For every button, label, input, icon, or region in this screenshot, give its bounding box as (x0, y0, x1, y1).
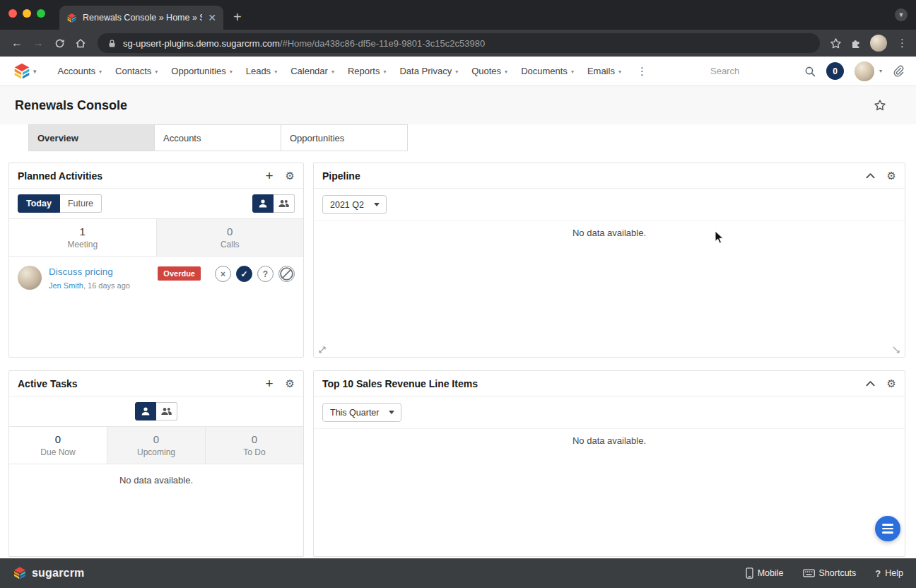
metric-upcoming[interactable]: 0 Upcoming (107, 427, 206, 464)
nav-item-opportunities[interactable]: Opportunities▾ (171, 66, 232, 76)
help-link[interactable]: ? Help (875, 568, 903, 579)
nav-item-calendar[interactable]: Calendar▾ (290, 66, 334, 76)
tab-accounts[interactable]: Accounts (155, 124, 281, 151)
keyboard-icon (803, 569, 815, 577)
browser-menu-icon[interactable]: ⋮ (896, 37, 909, 49)
filter-today-button[interactable]: Today (18, 194, 60, 213)
browser-avatar[interactable] (870, 35, 887, 52)
minimize-window-button[interactable] (23, 9, 31, 18)
extensions-puzzle-icon[interactable] (850, 37, 862, 49)
dismiss-icon[interactable]: × (215, 266, 231, 282)
bookmark-star-icon[interactable] (830, 37, 842, 49)
zoom-window-button[interactable] (37, 9, 45, 18)
new-tab-button[interactable]: + (233, 10, 242, 24)
tentative-question-icon[interactable]: ? (257, 266, 274, 282)
favorite-star-icon[interactable] (874, 99, 886, 112)
planned-activities-toolbar: Today Future (9, 189, 303, 218)
all-users-toggle[interactable] (274, 194, 295, 213)
gear-icon[interactable]: ⚙ (887, 170, 896, 181)
dashlet-active-tasks: Active Tasks + ⚙ 0 Due Now 0 (8, 370, 304, 557)
active-tasks-toolbar (9, 396, 303, 426)
sugarcrm-favicon-icon (66, 13, 77, 23)
back-button[interactable]: ← (7, 33, 27, 53)
all-users-toggle[interactable] (156, 402, 177, 421)
avatar (18, 266, 42, 290)
pipeline-filter-row: 2021 Q2 (314, 189, 905, 221)
user-avatar[interactable] (855, 61, 874, 81)
top-sales-filter-row: This Quarter (314, 396, 905, 429)
app-logo[interactable]: ▾ (13, 62, 37, 81)
address-bar[interactable]: sg-upsert-plugins.demo.sugarcrm.com/#Hom… (98, 33, 820, 53)
person-icon (141, 406, 151, 416)
nav-item-quotes[interactable]: Quotes▾ (471, 66, 507, 76)
nav-item-emails[interactable]: Emails▾ (587, 66, 621, 76)
chevron-down-icon[interactable]: ▾ (879, 68, 882, 74)
forward-button[interactable]: → (28, 33, 48, 53)
tab-opportunities[interactable]: Opportunities (281, 124, 408, 151)
collapse-chevron-icon[interactable] (866, 380, 875, 387)
metric-due-now[interactable]: 0 Due Now (9, 427, 107, 464)
nav-item-documents[interactable]: Documents▾ (521, 66, 574, 76)
task-metrics: 0 Due Now 0 Upcoming 0 To Do (9, 426, 303, 464)
floating-menu-button[interactable] (875, 516, 900, 541)
home-button[interactable] (71, 33, 90, 53)
browser-tab[interactable]: Renewals Console » Home » S ✕ (59, 6, 223, 30)
shortcuts-link[interactable]: Shortcuts (803, 568, 857, 578)
my-items-toggle[interactable] (252, 194, 274, 213)
close-window-button[interactable] (8, 9, 17, 18)
period-select[interactable]: This Quarter (322, 403, 401, 422)
nav-item-leads[interactable]: Leads▾ (246, 66, 277, 76)
browser-toolbar: ← → sg-upsert-plugins.demo.sugarcrm.com/… (0, 30, 916, 57)
nav-item-reports[interactable]: Reports▾ (348, 66, 387, 76)
lock-icon (107, 39, 117, 48)
add-icon[interactable]: + (265, 377, 273, 390)
tab-overview[interactable]: Overview (28, 124, 155, 151)
quarter-select[interactable]: 2021 Q2 (322, 195, 387, 214)
search-input[interactable] (710, 66, 794, 76)
gear-icon[interactable]: ⚙ (286, 170, 295, 181)
metric-calls[interactable]: 0 Calls (157, 219, 304, 256)
toolbar-right: ⋮ (827, 35, 909, 52)
main-menu: Accounts▾ Contacts▾ Opportunities▾ Leads… (58, 65, 650, 78)
empty-state-text: No data available. (314, 221, 905, 238)
browser-profile-icon[interactable]: ▼ (895, 8, 908, 21)
more-menu-icon[interactable]: ⋮ (635, 65, 650, 78)
reload-button[interactable] (49, 33, 69, 53)
nav-item-contacts[interactable]: Contacts▾ (115, 66, 158, 76)
browser-tab-title: Renewals Console » Home » S (83, 13, 202, 23)
collapse-chevron-icon[interactable] (866, 172, 875, 179)
app-navbar: ▾ Accounts▾ Contacts▾ Opportunities▾ Lea… (0, 57, 916, 86)
navbar-right: 0 ▾ (710, 61, 905, 81)
console-tabs: Overview Accounts Opportunities (0, 124, 916, 151)
resize-handle-icon[interactable] (318, 346, 327, 354)
gear-icon[interactable]: ⚙ (286, 378, 295, 389)
resize-handle-icon[interactable] (892, 346, 900, 354)
dashlet-title: Active Tasks (18, 378, 78, 389)
nav-item-data-privacy[interactable]: Data Privacy▾ (399, 66, 458, 76)
notification-badge[interactable]: 0 (826, 62, 844, 80)
paperclip-icon[interactable] (893, 65, 905, 77)
footer-brand[interactable]: sugarcrm (13, 566, 85, 580)
accept-check-icon[interactable]: ✓ (236, 266, 252, 282)
nav-item-accounts[interactable]: Accounts▾ (58, 66, 102, 76)
metric-meeting[interactable]: 1 Meeting (9, 219, 157, 256)
activity-metrics: 1 Meeting 0 Calls (9, 218, 303, 257)
my-items-toggle[interactable] (135, 402, 156, 421)
activity-row: Discuss pricing Jen Smith, 16 days ago O… (9, 257, 303, 299)
metric-to-do[interactable]: 0 To Do (206, 427, 303, 464)
chevron-down-icon: ▾ (155, 69, 158, 75)
footer: sugarcrm Mobile Shortcuts ? Help (0, 558, 916, 588)
gear-icon[interactable]: ⚙ (887, 378, 896, 389)
search-icon[interactable] (804, 66, 816, 77)
chevron-down-icon: ▾ (274, 69, 277, 75)
activity-subtitle: Jen Smith, 16 days ago (49, 281, 151, 290)
people-icon (160, 406, 172, 416)
activity-title-link[interactable]: Discuss pricing (49, 266, 151, 277)
tab-close-icon[interactable]: ✕ (208, 13, 216, 23)
decline-slash-icon[interactable] (278, 266, 295, 282)
filter-future-button[interactable]: Future (60, 194, 102, 213)
add-icon[interactable]: + (265, 169, 273, 182)
mobile-link[interactable]: Mobile (746, 568, 784, 579)
dashlet-header: Planned Activities + ⚙ (9, 163, 303, 189)
assignee-link[interactable]: Jen Smith (49, 281, 83, 290)
